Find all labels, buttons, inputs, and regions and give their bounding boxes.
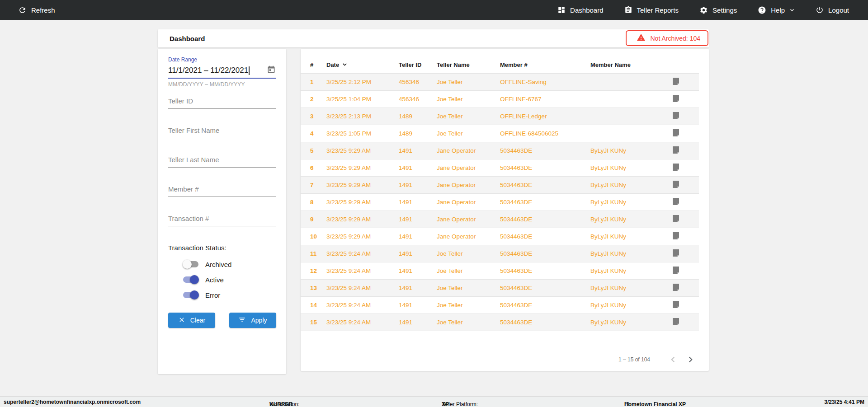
teller-id-input[interactable] — [168, 97, 276, 109]
close-icon — [178, 316, 185, 325]
note-icon[interactable] — [672, 300, 679, 310]
date-range-hint: MM/DD/YYYY – MM/DD/YYYY — [168, 81, 276, 88]
teller-first-name-field — [168, 126, 276, 139]
teller-first-name-input[interactable] — [168, 126, 276, 138]
note-icon[interactable] — [672, 112, 679, 121]
note-icon[interactable] — [672, 94, 679, 104]
table-row[interactable]: 3 3/23/25 2:13 PM 1489 Joe Teller OFFLIN… — [301, 108, 699, 125]
date-range-label: Date Range — [168, 56, 276, 63]
table-row[interactable]: 6 3/23/25 9:29 AM 1491 Jane Operator 503… — [301, 159, 699, 177]
table-row[interactable]: 7 3/23/25 9:29 AM 1491 Jane Operator 503… — [301, 177, 699, 194]
nav-teller-reports-label: Teller Reports — [637, 6, 679, 14]
active-toggle[interactable] — [183, 274, 199, 285]
nav-teller-reports[interactable]: Teller Reports — [624, 6, 679, 14]
refresh-icon — [18, 6, 27, 14]
refresh-button[interactable]: Refresh — [18, 6, 55, 14]
nav-dashboard[interactable]: Dashboard — [557, 6, 603, 14]
apply-button[interactable]: Apply — [229, 313, 276, 328]
note-icon[interactable] — [672, 180, 679, 190]
date-range-value[interactable]: 11/1/2021 – 11/22/2021 — [168, 66, 248, 75]
table-row[interactable]: 9 3/23/25 9:29 AM 1491 Jane Operator 503… — [301, 211, 699, 228]
clear-button[interactable]: Clear — [168, 313, 215, 328]
table-header-row: # Date Teller ID Teller Name Member # Me… — [301, 56, 699, 74]
help-icon — [758, 6, 766, 14]
table-row[interactable]: 4 3/23/25 1:05 PM 1489 Joe Teller OFFLIN… — [301, 125, 699, 142]
note-icon[interactable] — [672, 77, 679, 87]
member-number-input[interactable] — [168, 185, 276, 197]
transactions-table: # Date Teller ID Teller Name Member # Me… — [301, 49, 699, 331]
nav-settings-label: Settings — [712, 6, 737, 14]
archived-toggle[interactable] — [183, 259, 199, 270]
text-caret — [249, 66, 250, 75]
previous-page-button[interactable] — [668, 355, 678, 365]
teller-id-field — [168, 97, 276, 110]
apply-button-label: Apply — [251, 317, 267, 324]
error-toggle[interactable] — [183, 290, 199, 300]
col-header-member-name[interactable]: Member Name — [590, 61, 672, 68]
refresh-label: Refresh — [31, 6, 55, 14]
error-toggle-row: Error — [183, 290, 220, 300]
not-archived-label: Not Archived: 104 — [650, 35, 700, 42]
logged-in-user: superteller2@hometownfinancialxp.onmicro… — [4, 399, 141, 405]
nav-help-label: Help — [771, 6, 785, 14]
table-row[interactable]: 1 3/25/25 2:12 PM 456346 Joe Teller OFFL… — [301, 74, 699, 91]
nav-dashboard-label: Dashboard — [570, 6, 603, 14]
date-range-underline — [168, 78, 276, 79]
note-icon[interactable] — [672, 146, 679, 155]
active-toggle-label: Active — [205, 276, 224, 284]
transaction-status-label: Transaction Status: — [168, 244, 276, 252]
note-icon[interactable] — [672, 197, 679, 207]
transactions-panel: # Date Teller ID Teller Name Member # Me… — [301, 49, 709, 371]
note-icon[interactable] — [672, 266, 679, 276]
table-row[interactable]: 5 3/23/25 9:29 AM 1491 Jane Operator 503… — [301, 142, 699, 159]
archived-toggle-row: Archived — [183, 259, 231, 270]
note-icon[interactable] — [672, 283, 679, 293]
note-icon[interactable] — [672, 318, 679, 327]
table-row[interactable]: 13 3/23/25 9:24 AM 1491 Joe Teller 50344… — [301, 280, 699, 297]
note-icon[interactable] — [672, 249, 679, 258]
col-header-member-num[interactable]: Member # — [500, 61, 590, 68]
pagination: 1 – 15 of 104 — [618, 355, 695, 365]
table-row[interactable]: 14 3/23/25 9:24 AM 1491 Joe Teller 50344… — [301, 297, 699, 314]
note-icon[interactable] — [672, 163, 679, 173]
col-header-teller-id[interactable]: Teller ID — [399, 61, 437, 68]
archived-toggle-label: Archived — [205, 261, 231, 268]
transaction-number-input[interactable] — [168, 215, 276, 226]
nav-settings[interactable]: Settings — [699, 6, 737, 14]
warning-icon — [637, 33, 646, 43]
table-row[interactable]: 2 3/25/25 1:04 PM 456346 Joe Teller OFFL… — [301, 91, 699, 108]
table-row[interactable]: 8 3/23/25 9:29 AM 1491 Jane Operator 503… — [301, 194, 699, 211]
table-row[interactable]: 10 3/23/25 9:29 AM 1491 Jane Operator 50… — [301, 228, 699, 245]
teller-last-name-input[interactable] — [168, 156, 276, 168]
navbar-right: Dashboard Teller Reports Settings Help — [557, 6, 849, 14]
col-header-teller-name[interactable]: Teller Name — [437, 61, 500, 68]
member-number-field — [168, 185, 276, 198]
dashboard-header: Dashboard Not Archived: 104 — [158, 29, 709, 47]
nav-help[interactable]: Help — [758, 6, 795, 14]
not-archived-badge[interactable]: Not Archived: 104 — [626, 30, 708, 46]
workstation-value: KURRER — [269, 401, 292, 407]
table-row[interactable]: 11 3/23/25 9:24 AM 1491 Joe Teller 50344… — [301, 245, 699, 262]
platform-value: XP — [442, 401, 449, 407]
col-header-num[interactable]: # — [310, 61, 326, 68]
note-icon[interactable] — [672, 215, 679, 224]
next-page-button[interactable] — [685, 355, 695, 365]
filter-panel: Date Range 11/1/2021 – 11/22/2021 MM/DD/… — [158, 49, 286, 374]
table-row[interactable]: 12 3/23/25 9:24 AM 1491 Joe Teller 50344… — [301, 262, 699, 280]
note-icon[interactable] — [672, 129, 679, 138]
transaction-number-field — [168, 215, 276, 227]
top-navbar: Refresh Dashboard Teller Reports Setting… — [0, 0, 868, 20]
calendar-icon[interactable] — [267, 65, 276, 76]
nav-logout[interactable]: Logout — [816, 6, 849, 14]
gear-icon — [699, 6, 708, 14]
note-icon[interactable] — [672, 232, 679, 241]
error-toggle-label: Error — [205, 291, 220, 299]
filter-icon — [238, 316, 246, 325]
clipboard-icon — [624, 6, 632, 14]
date-range-field[interactable]: 11/1/2021 – 11/22/2021 — [168, 65, 276, 76]
page-title: Dashboard — [158, 35, 205, 42]
table-row[interactable]: 15 3/23/25 9:24 AM 1491 Joe Teller 50344… — [301, 314, 699, 331]
chevron-down-icon — [789, 7, 795, 13]
col-header-date[interactable]: Date — [326, 61, 399, 69]
dashboard-icon — [557, 6, 566, 14]
